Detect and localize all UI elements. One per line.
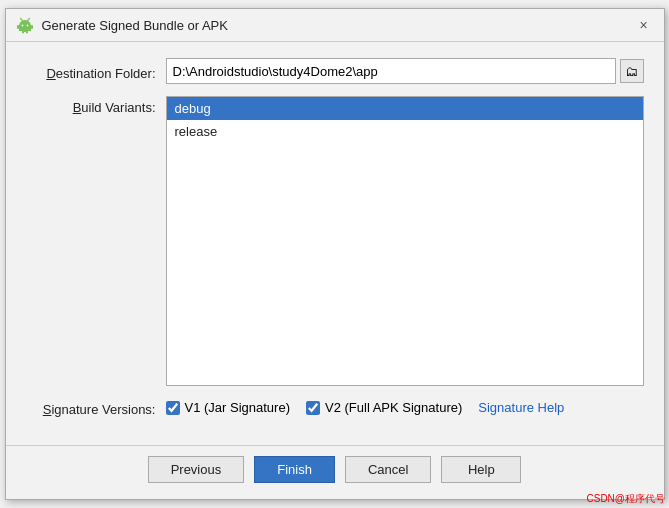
- svg-rect-2: [22, 31, 24, 34]
- list-item[interactable]: release: [167, 120, 643, 143]
- v1-option[interactable]: V1 (Jar Signature): [166, 400, 291, 415]
- title-bar: Generate Signed Bundle or APK ×: [6, 9, 664, 42]
- destination-label: Destination Folder:: [26, 62, 166, 81]
- svg-rect-4: [17, 25, 19, 29]
- signature-options: V1 (Jar Signature) V2 (Full APK Signatur…: [166, 400, 565, 415]
- signature-label: Signature Versions:: [26, 398, 166, 417]
- svg-rect-5: [31, 25, 33, 29]
- svg-point-7: [26, 25, 28, 27]
- dialog-title: Generate Signed Bundle or APK: [42, 18, 228, 33]
- list-item[interactable]: debug: [167, 97, 643, 120]
- footer: Previous Finish Cancel Help: [6, 445, 664, 499]
- svg-rect-3: [26, 31, 28, 34]
- folder-icon: 🗂: [625, 64, 638, 79]
- folder-browse-button[interactable]: 🗂: [620, 59, 644, 83]
- destination-input-wrap: 🗂: [166, 58, 644, 84]
- svg-line-9: [27, 19, 29, 21]
- dialog-content: Destination Folder: 🗂 Build Variants: de…: [6, 42, 664, 445]
- v1-label: V1 (Jar Signature): [185, 400, 291, 415]
- build-variants-label: Build Variants:: [26, 96, 166, 115]
- v1-checkbox[interactable]: [166, 401, 180, 415]
- close-button[interactable]: ×: [634, 15, 654, 35]
- cancel-button[interactable]: Cancel: [345, 456, 431, 483]
- v2-checkbox[interactable]: [306, 401, 320, 415]
- build-variants-row: Build Variants: debug release: [26, 96, 644, 386]
- svg-line-8: [20, 19, 22, 21]
- help-button[interactable]: Help: [441, 456, 521, 483]
- signature-help-link[interactable]: Signature Help: [478, 400, 564, 415]
- svg-point-6: [21, 25, 23, 27]
- finish-button[interactable]: Finish: [254, 456, 335, 483]
- dialog: Generate Signed Bundle or APK × Destinat…: [5, 8, 665, 500]
- title-bar-left: Generate Signed Bundle or APK: [16, 16, 228, 34]
- destination-row: Destination Folder: 🗂: [26, 58, 644, 84]
- svg-rect-1: [19, 26, 31, 31]
- v2-label: V2 (Full APK Signature): [325, 400, 462, 415]
- v2-option[interactable]: V2 (Full APK Signature): [306, 400, 462, 415]
- destination-input[interactable]: [166, 58, 616, 84]
- android-icon: [16, 16, 34, 34]
- previous-button[interactable]: Previous: [148, 456, 245, 483]
- build-variants-list[interactable]: debug release: [166, 96, 644, 386]
- signature-row: Signature Versions: V1 (Jar Signature) V…: [26, 398, 644, 417]
